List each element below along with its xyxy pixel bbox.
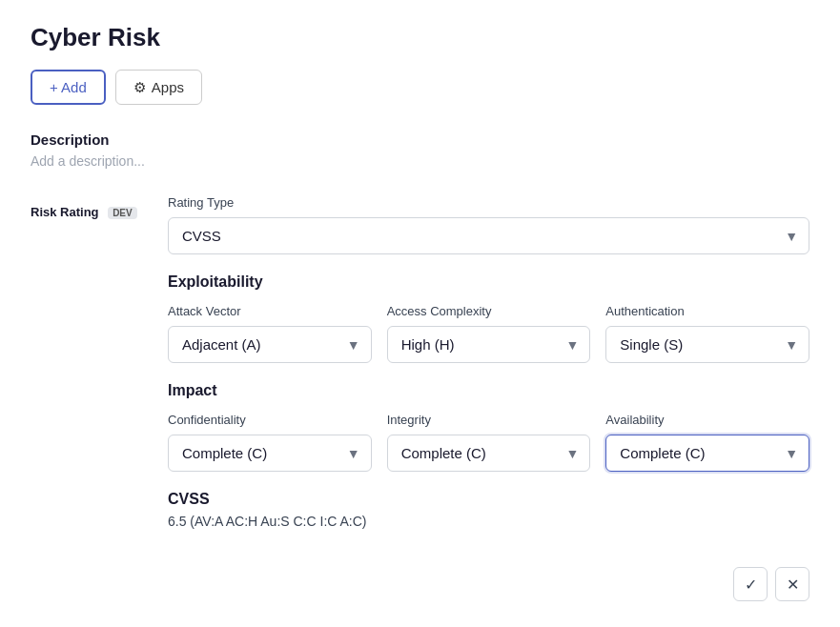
add-button[interactable]: + Add [31,70,106,105]
apps-button[interactable]: ⚙ Apps [115,70,202,105]
availability-label: Availability [605,413,809,427]
authentication-select[interactable]: None (N) Single (S) Multiple (M) [605,326,809,363]
impact-section: Impact Confidentiality None (N) Partial … [168,382,809,472]
footer-actions: ✓ ✕ [31,556,809,601]
gear-icon: ⚙ [133,79,146,96]
integrity-select[interactable]: None (N) Partial (P) Complete (C) [387,435,591,472]
confidentiality-label: Confidentiality [168,413,372,427]
impact-title: Impact [168,382,809,399]
exploitability-title: Exploitability [168,273,809,291]
risk-rating-section: Risk Rating DEV Rating Type CVSS CVSS v3… [31,195,809,529]
cancel-button[interactable]: ✕ [775,567,809,601]
integrity-label: Integrity [387,413,591,427]
access-complexity-label: Access Complexity [387,304,591,318]
rating-type-wrapper: CVSS CVSS v3 Custom ▼ [168,217,809,254]
rating-type-label: Rating Type [168,195,809,210]
exploitability-section: Exploitability Attack Vector Network (N)… [168,273,809,363]
confidentiality-select[interactable]: None (N) Partial (P) Complete (C) [168,435,372,472]
rating-type-select[interactable]: CVSS CVSS v3 Custom [168,217,809,254]
dev-badge: DEV [108,207,137,219]
description-section: Description Add a description... [31,131,809,169]
confirm-button[interactable]: ✓ [733,567,768,601]
authentication-group: Authentication None (N) Single (S) Multi… [605,304,809,363]
access-complexity-select[interactable]: Low (L) Medium (M) High (H) [387,326,591,363]
confidentiality-group: Confidentiality None (N) Partial (P) Com… [168,413,372,472]
availability-select[interactable]: None (N) Partial (P) Complete (C) [605,435,809,472]
access-complexity-group: Access Complexity Low (L) Medium (M) Hig… [387,304,591,363]
availability-group: Availability None (N) Partial (P) Comple… [605,413,809,472]
page-title: Cyber Risk [31,23,809,52]
description-placeholder[interactable]: Add a description... [31,153,809,169]
impact-fields: Confidentiality None (N) Partial (P) Com… [168,413,809,472]
risk-rating-label: Risk Rating DEV [31,205,137,219]
description-label: Description [31,131,809,148]
authentication-label: Authentication [605,304,809,318]
attack-vector-group: Attack Vector Network (N) Adjacent (A) L… [168,304,372,363]
attack-vector-label: Attack Vector [168,304,372,318]
integrity-group: Integrity None (N) Partial (P) Complete … [387,413,591,472]
form-content: Rating Type CVSS CVSS v3 Custom ▼ Exploi… [168,195,809,529]
toolbar: + Add ⚙ Apps [31,70,809,105]
cvss-section: CVSS 6.5 (AV:A AC:H Au:S C:C I:C A:C) [168,491,809,529]
cvss-value: 6.5 (AV:A AC:H Au:S C:C I:C A:C) [168,514,809,529]
exploitability-fields: Attack Vector Network (N) Adjacent (A) L… [168,304,809,363]
cvss-title: CVSS [168,491,809,508]
attack-vector-select[interactable]: Network (N) Adjacent (A) Local (L) Physi… [168,326,372,363]
rating-type-group: Rating Type CVSS CVSS v3 Custom ▼ [168,195,809,254]
